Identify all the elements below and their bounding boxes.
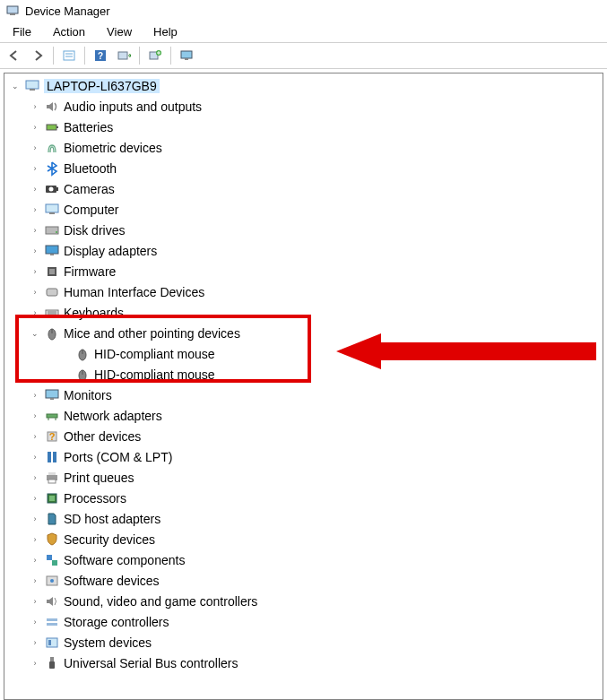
tree-category[interactable]: ⌄Mice and other pointing devices	[4, 323, 603, 343]
svg-rect-48	[48, 480, 56, 483]
tree-category[interactable]: ›Audio inputs and outputs	[4, 96, 603, 117]
separator	[139, 47, 140, 65]
separator	[84, 47, 85, 65]
svg-rect-24	[50, 254, 54, 255]
svg-point-17	[49, 186, 54, 191]
tree-device[interactable]: HID-compliant mouse	[4, 343, 603, 364]
properties-button[interactable]	[58, 46, 80, 65]
tree-category[interactable]: ›Human Interface Devices	[4, 281, 603, 302]
expand-icon[interactable]: ›	[30, 390, 40, 401]
ports-icon	[44, 449, 60, 465]
expand-icon[interactable]: ›	[30, 575, 40, 586]
expand-icon[interactable]: ›	[30, 514, 40, 524]
expand-icon[interactable]: ›	[30, 307, 40, 318]
expand-icon[interactable]: ›	[30, 143, 40, 153]
tree-category[interactable]: ›System devices	[4, 632, 603, 652]
tree-category[interactable]: ›Ports (COM & LPT)	[4, 446, 603, 467]
expand-icon[interactable]: ›	[30, 225, 40, 236]
menu-action[interactable]: Action	[44, 23, 94, 40]
tree-category[interactable]: ›Disk drives	[4, 220, 603, 240]
tree-category[interactable]: ›Monitors	[4, 385, 603, 405]
svg-rect-10	[181, 51, 192, 58]
tree-category[interactable]: ›Bluetooth	[4, 158, 603, 178]
svg-rect-19	[46, 204, 58, 212]
svg-rect-58	[48, 640, 51, 645]
category-label: Ports (COM & LPT)	[64, 450, 172, 464]
menu-help[interactable]: Help	[144, 23, 186, 40]
category-label: Other devices	[64, 429, 141, 444]
expand-icon[interactable]: ›	[30, 287, 40, 298]
expand-icon[interactable]: ›	[30, 246, 40, 256]
tree-category[interactable]: ›Computer	[4, 199, 603, 220]
expand-icon[interactable]: ›	[30, 122, 40, 133]
expand-icon[interactable]: ›	[30, 472, 40, 483]
tree-category[interactable]: ›SD host adapters	[4, 508, 603, 529]
tree-category[interactable]: ›Storage controllers	[4, 611, 603, 632]
tree-category[interactable]: ›Security devices	[4, 529, 603, 549]
expand-icon[interactable]: ›	[30, 452, 40, 462]
category-label: SD host adapters	[64, 512, 160, 526]
menu-file[interactable]: File	[4, 23, 40, 40]
tree-category[interactable]: ›?Other devices	[4, 426, 603, 446]
computer-icon	[44, 202, 60, 218]
svg-rect-7	[118, 52, 127, 59]
tree-category[interactable]: ›Processors	[4, 488, 603, 508]
tree-category[interactable]: ›Display adapters	[4, 240, 603, 261]
tree-category[interactable]: ›Cameras	[4, 178, 603, 199]
tree-category[interactable]: ›Software devices	[4, 570, 603, 591]
svg-rect-37	[46, 390, 58, 398]
tree-category[interactable]: ›Sound, video and game controllers	[4, 591, 603, 611]
expand-icon[interactable]: ›	[30, 617, 40, 627]
collapse-icon[interactable]: ⌄	[30, 328, 40, 339]
expand-icon[interactable]: ›	[30, 204, 40, 215]
tree-category[interactable]: ›Print queues	[4, 467, 603, 488]
scan-button[interactable]	[113, 46, 134, 65]
svg-rect-50	[49, 496, 55, 501]
expand-icon[interactable]: ›	[30, 184, 40, 194]
category-label: Monitors	[64, 388, 112, 402]
tree-category[interactable]: ›Biometric devices	[4, 137, 603, 158]
tree-category[interactable]: ›Keyboards	[4, 302, 603, 323]
titlebar: Device Manager	[0, 0, 607, 22]
expand-icon[interactable]: ›	[30, 410, 40, 421]
help-button[interactable]: ?	[90, 46, 111, 65]
expand-icon[interactable]: ›	[30, 596, 40, 607]
svg-rect-47	[48, 472, 56, 475]
add-hardware-button[interactable]	[144, 46, 166, 65]
biometric-icon	[44, 140, 60, 156]
expand-icon[interactable]: ›	[30, 101, 40, 112]
category-label: Software devices	[64, 574, 160, 588]
expand-icon[interactable]: ›	[30, 534, 40, 545]
collapse-icon[interactable]: ⌄	[10, 81, 21, 91]
window-title: Device Manager	[25, 4, 110, 18]
expand-icon[interactable]: ›	[30, 637, 40, 648]
tree-category[interactable]: ›Network adapters	[4, 405, 603, 426]
expand-icon[interactable]: ›	[30, 555, 40, 566]
svg-rect-26	[49, 269, 55, 274]
monitor-button[interactable]	[176, 46, 197, 65]
tree-device[interactable]: HID-compliant mouse	[4, 364, 603, 385]
menubar: File Action View Help	[0, 22, 607, 42]
expand-icon[interactable]: ›	[30, 266, 40, 277]
tree-category[interactable]: ›Universal Serial Bus controllers	[4, 652, 603, 673]
expand-icon[interactable]: ›	[30, 431, 40, 442]
tree-category[interactable]: ›Software components	[4, 549, 603, 570]
svg-rect-13	[30, 89, 35, 91]
expand-icon[interactable]: ›	[30, 493, 40, 504]
spacer	[60, 369, 71, 380]
expand-icon[interactable]: ›	[30, 658, 40, 669]
bluetooth-icon	[44, 160, 60, 177]
sound-icon	[44, 593, 60, 609]
expand-icon[interactable]: ›	[30, 163, 40, 174]
menu-view[interactable]: View	[98, 23, 141, 40]
forward-button[interactable]	[27, 46, 48, 65]
svg-rect-11	[185, 58, 188, 60]
tree-category[interactable]: ›Firmware	[4, 261, 603, 281]
tree-category[interactable]: ›Batteries	[4, 117, 603, 137]
firmware-icon	[44, 264, 60, 280]
back-button[interactable]	[4, 46, 25, 65]
svg-rect-56	[47, 623, 57, 626]
category-label: Processors	[64, 491, 126, 506]
tree-root[interactable]: ⌄ LAPTOP-LI637GB9	[4, 75, 603, 96]
category-label: Mice and other pointing devices	[64, 326, 240, 341]
